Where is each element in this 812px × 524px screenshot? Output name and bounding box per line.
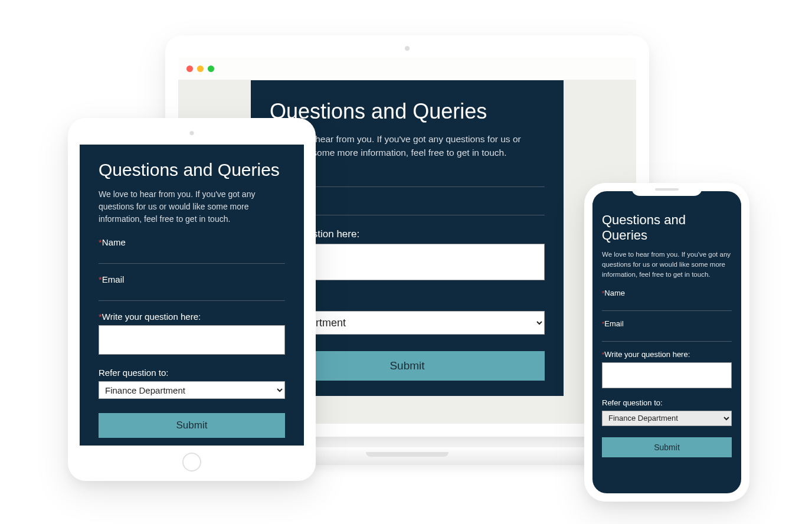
name-field: *Name <box>99 237 285 264</box>
form-description: We love to hear from you. If you've got … <box>99 188 285 225</box>
refer-field: Refer question to: Finance Department <box>602 398 732 426</box>
question-label: *Write your question here: <box>602 350 732 359</box>
tablet-screen: Questions and Queries We love to hear fr… <box>80 145 304 446</box>
camera-icon <box>190 131 194 135</box>
browser-titlebar <box>178 58 636 80</box>
name-label: *Name <box>99 237 285 247</box>
email-label: *Email <box>99 274 285 284</box>
name-input[interactable] <box>99 251 285 264</box>
phone-notch <box>631 183 702 196</box>
form-title: Questions and Queries <box>602 212 732 244</box>
email-field: *Email <box>602 319 732 342</box>
email-field: *Email <box>99 274 285 301</box>
laptop-hinge <box>366 452 448 457</box>
question-field: *Write your question here: <box>99 312 285 357</box>
question-input[interactable] <box>602 362 732 388</box>
home-button-icon[interactable] <box>182 453 201 471</box>
submit-button[interactable]: Submit <box>99 413 285 438</box>
fullscreen-icon[interactable] <box>208 66 214 72</box>
email-input[interactable] <box>99 288 285 301</box>
submit-button[interactable]: Submit <box>602 437 732 457</box>
refer-select[interactable]: Finance Department <box>99 381 285 399</box>
refer-label: Refer question to: <box>99 368 285 378</box>
email-input[interactable] <box>602 332 732 342</box>
contact-form: Questions and Queries We love to hear fr… <box>80 145 304 446</box>
contact-form: Questions and Queries We love to hear fr… <box>592 203 741 467</box>
form-title: Questions and Queries <box>99 160 285 180</box>
name-label: *Name <box>602 289 732 297</box>
question-field: *Write your question here: <box>602 350 732 391</box>
name-field: *Name <box>602 289 732 312</box>
refer-field: Refer question to: Finance Department <box>99 368 285 399</box>
form-title: Questions and Queries <box>270 96 545 124</box>
question-label: *Write your question here: <box>99 312 285 322</box>
phone-device: Questions and Queries We love to hear fr… <box>584 183 749 502</box>
name-input[interactable] <box>602 302 732 311</box>
camera-icon <box>405 46 410 51</box>
minimize-icon[interactable] <box>197 66 204 72</box>
tablet-device: Questions and Queries We love to hear fr… <box>68 118 316 481</box>
question-input[interactable] <box>99 325 285 355</box>
email-label: *Email <box>602 319 732 328</box>
refer-select[interactable]: Finance Department <box>602 411 732 426</box>
close-icon[interactable] <box>186 66 193 72</box>
form-description: We love to hear from you. If you've got … <box>602 250 732 280</box>
refer-label: Refer question to: <box>602 398 732 407</box>
phone-screen: Questions and Queries We love to hear fr… <box>592 191 741 493</box>
speaker-icon <box>655 188 679 191</box>
